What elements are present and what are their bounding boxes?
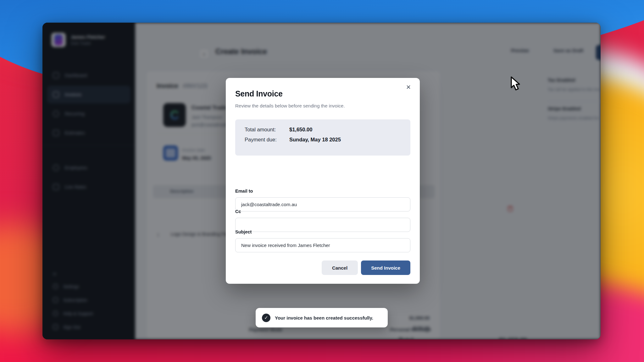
total-amount-row: Total amount: $1,650.00 <box>245 127 401 133</box>
success-toast: ✓ Your invoice has been created successf… <box>256 308 388 327</box>
send-invoice-button[interactable]: Send Invoice <box>361 261 410 275</box>
send-invoice-modal: ✕ Send Invoice Review the details below … <box>226 78 420 284</box>
email-to-field[interactable] <box>235 197 410 211</box>
email-to-label: Email to <box>235 189 253 194</box>
mouse-cursor <box>510 76 523 91</box>
payment-due-label: Payment due: <box>245 137 289 143</box>
cc-field[interactable] <box>235 218 410 232</box>
subject-label: Subject <box>235 229 252 234</box>
cc-label: Cc <box>235 209 241 214</box>
total-amount-label: Total amount: <box>245 127 289 133</box>
cancel-button[interactable]: Cancel <box>322 261 358 275</box>
payment-due-row: Payment due: Sunday, May 18 2025 <box>245 137 401 143</box>
payment-due-value: Sunday, May 18 2025 <box>289 137 341 143</box>
modal-title: Send Invoice <box>235 89 283 98</box>
subject-field[interactable] <box>235 238 410 252</box>
check-circle-icon: ✓ <box>262 314 270 322</box>
total-amount-value: $1,650.00 <box>289 127 312 133</box>
modal-subtitle: Review the details below before sending … <box>235 103 345 108</box>
app-window: James Fletcher Sole Trader Dashboard Inv… <box>42 23 601 339</box>
invoice-summary-box: Total amount: $1,650.00 Payment due: Sun… <box>235 119 410 156</box>
toast-message: Your invoice has been created successful… <box>275 315 373 321</box>
close-icon[interactable]: ✕ <box>406 84 411 90</box>
